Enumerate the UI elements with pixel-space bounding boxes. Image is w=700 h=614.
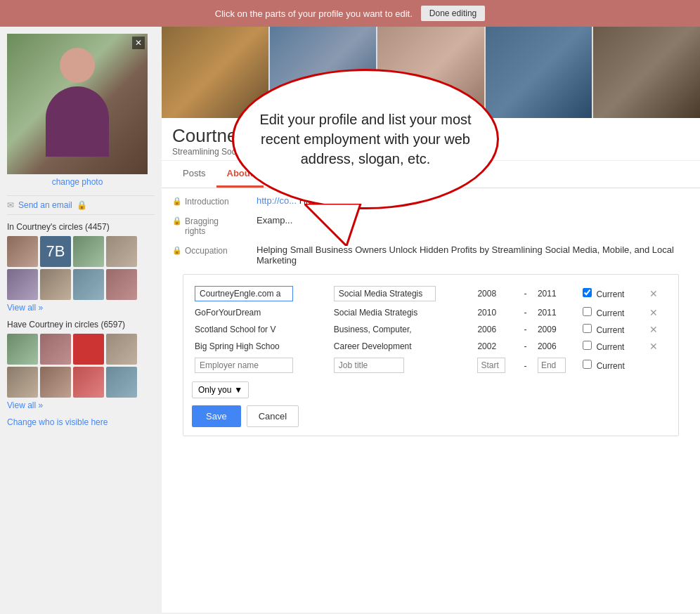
cover-photos — [162, 27, 700, 118]
year-start-cell: 2008 — [474, 283, 519, 304]
lock-icon-3: 🔒 — [172, 246, 182, 255]
profile-tagline: Streamlining Social Media, Local SEO, an… — [172, 147, 689, 157]
avatar — [73, 269, 104, 300]
current-label-new: Current — [597, 361, 625, 371]
employer-name-input[interactable] — [195, 358, 293, 373]
start-year-input[interactable] — [477, 358, 505, 373]
year-start-2: 2010 — [477, 308, 496, 318]
employer-text-3: Scotland School for V — [195, 325, 276, 334]
avatar — [7, 236, 38, 267]
current-checkbox-new[interactable] — [583, 360, 592, 369]
current-checkbox-3[interactable] — [583, 324, 592, 333]
have-circles-label: Have Courtney in circles (6597) — [7, 320, 155, 329]
profile-photo-container: ✕ change photo — [7, 34, 148, 190]
avatar — [106, 367, 137, 398]
employment-section: 2008 - 2011 Current ✕ — [183, 274, 679, 436]
delete-row-1[interactable]: ✕ — [647, 288, 661, 299]
delete-row-4[interactable]: ✕ — [647, 341, 661, 352]
avatar — [106, 236, 137, 267]
tab-videos[interactable]: Videos — [313, 161, 363, 188]
tab-photos[interactable]: Photos — [264, 161, 313, 188]
current-label-2: Current — [596, 308, 624, 318]
send-email-row: ✉ Send an email 🔒 — [7, 195, 155, 215]
employer-text-2: GoForYourDream — [195, 308, 261, 318]
cover-photo-2 — [270, 27, 377, 118]
in-circles-section: In Courtney's circles (4457) 7B View all… — [7, 222, 155, 313]
job-title-input[interactable] — [334, 358, 404, 373]
year-dash-cell: - — [520, 283, 535, 304]
lock-icon: 🔒 — [172, 197, 182, 206]
profile-header: Courtney Engle Streamlining Social Media… — [162, 118, 700, 161]
job-text-2: Social Media Strategis — [334, 308, 417, 318]
profile-name: Courtney Engle — [172, 125, 689, 147]
year-end-4: 2006 — [538, 341, 557, 351]
job-input-1[interactable] — [334, 286, 436, 301]
employer-input-1[interactable] — [195, 286, 293, 301]
privacy-row: Only you ▼ — [192, 381, 670, 398]
avatar — [7, 269, 38, 300]
current-checkbox-1[interactable] — [583, 288, 592, 297]
content-area: Courtney Engle Streamlining Social Media… — [162, 27, 700, 613]
introduction-label: 🔒 Introduction — [172, 195, 257, 207]
privacy-option: Only you — [198, 385, 231, 395]
occupation-row: 🔒 Occupation Helping Small Business Owne… — [172, 244, 689, 266]
avatar — [73, 334, 104, 365]
avatar — [73, 236, 104, 267]
job-title-cell — [331, 283, 475, 304]
current-checkbox-4[interactable] — [583, 341, 592, 350]
bragging-label: 🔒 Braggingrights — [172, 215, 257, 236]
view-all-have-circles-link[interactable]: View all » — [7, 400, 155, 410]
avatar — [40, 334, 71, 365]
left-sidebar: ✕ change photo ✉ Send an email 🔒 In Cour… — [0, 27, 162, 613]
lock-icon: 🔒 — [77, 200, 87, 210]
employer-text-4: Big Spring High Schoo — [195, 341, 280, 351]
year-end-3: 2009 — [538, 325, 557, 334]
action-buttons: Save Cancel — [192, 405, 670, 427]
tab-plusones[interactable]: +1's — [362, 161, 400, 188]
privacy-dropdown[interactable]: Only you ▼ — [192, 381, 249, 398]
avatar: 7B — [40, 236, 71, 267]
employment-table: 2008 - 2011 Current ✕ — [192, 283, 670, 376]
delete-row-2[interactable]: ✕ — [647, 307, 661, 318]
tab-about[interactable]: About — [216, 161, 264, 188]
close-photo-icon[interactable]: ✕ — [132, 37, 145, 49]
avatar — [73, 367, 104, 398]
cover-photo-1 — [162, 27, 268, 118]
bragging-value: Examp... — [257, 215, 689, 236]
tab-posts[interactable]: Posts — [172, 161, 216, 188]
change-visible-link[interactable]: Change who is visible here — [7, 417, 155, 427]
save-button[interactable]: Save — [192, 405, 241, 427]
current-checkbox-2[interactable] — [583, 307, 592, 316]
done-editing-button[interactable]: Done editing — [421, 6, 485, 21]
cancel-button[interactable]: Cancel — [247, 405, 299, 427]
in-circles-label: In Courtney's circles (4457) — [7, 222, 155, 232]
introduction-row: 🔒 Introduction http://co... Hide... M...… — [172, 195, 689, 207]
have-circles-section: Have Courtney in circles (6597) View all… — [7, 320, 155, 410]
cover-photo-3 — [377, 27, 484, 118]
profile-tabs: Posts About Photos Videos +1's — [162, 161, 700, 188]
occupation-value: Helping Small Business Owners Unlock Hid… — [257, 244, 689, 266]
year-start-3: 2006 — [477, 325, 496, 334]
end-year-input[interactable] — [538, 358, 566, 373]
profile-body: 🔒 Introduction http://co... Hide... M...… — [162, 188, 700, 449]
year-end-2: 2011 — [538, 308, 557, 318]
have-circles-avatars — [7, 334, 155, 398]
cover-photo-5 — [593, 27, 700, 118]
table-row: Big Spring High Schoo Career Development… — [192, 338, 670, 355]
chevron-down-icon: ▼ — [234, 385, 242, 395]
delete-row-3[interactable]: ✕ — [647, 324, 661, 335]
occupation-label: 🔒 Occupation — [172, 244, 257, 266]
table-row: GoForYourDream Social Media Strategis 20… — [192, 304, 670, 321]
edit-banner: Click on the parts of your profile you w… — [0, 0, 700, 27]
job-text-3: Business, Computer, — [334, 325, 412, 334]
avatar — [40, 269, 71, 300]
view-all-circles-link[interactable]: View all » — [7, 303, 155, 313]
introduction-value: http://co... Hide... M... (more) — [257, 195, 689, 207]
change-photo-link[interactable]: change photo — [7, 174, 148, 190]
in-circles-avatars: 7B — [7, 236, 155, 300]
year-start-4: 2002 — [477, 341, 496, 351]
avatar — [106, 269, 137, 300]
table-row: 2008 - 2011 Current ✕ — [192, 283, 670, 304]
send-email-link[interactable]: Send an email — [18, 200, 72, 210]
envelope-icon: ✉ — [7, 200, 14, 210]
